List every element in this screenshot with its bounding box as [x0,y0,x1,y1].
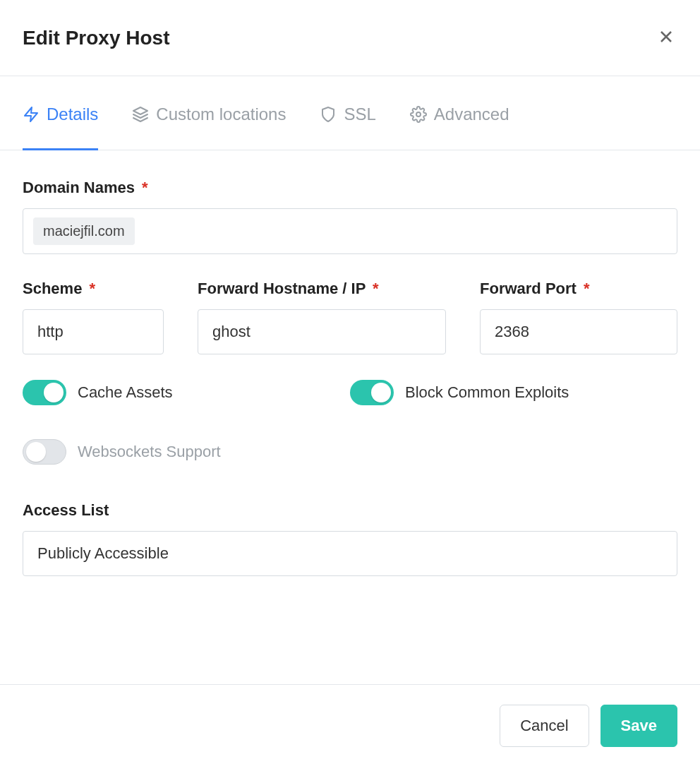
toggle-knob [371,383,391,402]
gear-icon [410,106,427,123]
close-button[interactable] [655,25,677,50]
forward-host-label: Forward Hostname / IP * [198,280,446,298]
edit-proxy-host-modal: Edit Proxy Host Details Custom locations… [0,0,700,771]
forward-port-input[interactable] [480,309,677,354]
shield-icon [320,106,337,123]
required-mark: * [584,280,590,297]
tab-content-details: Domain Names * maciejfil.com Scheme * ht… [0,150,700,684]
required-mark: * [373,280,379,297]
tab-details[interactable]: Details [23,76,98,150]
modal-title: Edit Proxy Host [23,27,169,49]
scheme-label: Scheme * [23,280,164,298]
cache-assets-toggle[interactable] [23,380,66,405]
cache-assets-label: Cache Assets [78,383,173,402]
domain-names-input[interactable]: maciejfil.com [23,208,677,254]
lightning-icon [23,106,40,123]
layers-icon [132,106,149,123]
cancel-button[interactable]: Cancel [500,705,589,747]
access-list-select[interactable]: Publicly Accessible [23,531,677,576]
forward-host-field: Forward Hostname / IP * [198,280,446,354]
save-button[interactable]: Save [601,705,677,747]
websockets-row: Websockets Support [23,439,350,465]
tab-ssl[interactable]: SSL [320,76,375,150]
scheme-select[interactable]: http [23,309,164,354]
svg-marker-1 [133,107,147,114]
forward-port-label: Forward Port * [480,280,677,298]
toggles-grid: Cache Assets Block Common Exploits Webso… [23,380,677,465]
domain-chip[interactable]: maciejfil.com [33,217,135,245]
block-exploits-row: Block Common Exploits [350,380,677,405]
tab-label: Custom locations [156,104,286,124]
forward-host-input[interactable] [198,309,446,354]
toggle-knob [44,383,64,402]
tab-label: Advanced [434,104,509,124]
tab-custom-locations[interactable]: Custom locations [132,76,286,150]
required-mark: * [90,280,96,297]
tab-label: SSL [344,104,375,124]
modal-header: Edit Proxy Host [0,0,700,76]
tab-advanced[interactable]: Advanced [410,76,509,150]
required-mark: * [142,179,148,196]
scheme-field: Scheme * http [23,280,164,354]
toggle-knob [26,442,46,462]
block-exploits-toggle[interactable] [350,380,394,405]
tab-bar: Details Custom locations SSL Advanced [0,76,700,150]
access-list-field: Access List Publicly Accessible [23,501,677,576]
forward-row: Scheme * http Forward Hostname / IP * Fo… [23,280,677,354]
access-list-label: Access List [23,501,677,520]
modal-footer: Cancel Save [0,684,700,771]
block-exploits-label: Block Common Exploits [405,383,569,402]
svg-point-2 [416,112,421,116]
cache-assets-row: Cache Assets [23,380,350,405]
forward-port-field: Forward Port * [480,280,677,354]
svg-marker-0 [25,107,37,121]
tab-label: Details [47,104,98,124]
websockets-label: Websockets Support [78,443,221,461]
websockets-toggle[interactable] [23,439,66,465]
close-icon [658,28,675,47]
domain-names-label: Domain Names * [23,179,677,197]
